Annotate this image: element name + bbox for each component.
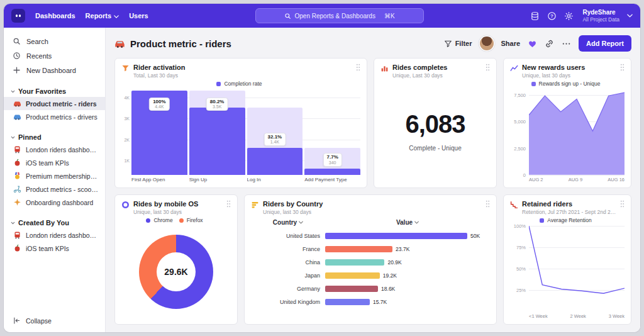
card-title: Riders by Country xyxy=(263,200,323,208)
country-label: United Kingdom xyxy=(251,299,325,305)
global-search-input[interactable]: Open Reports & Dashboards ⌘K xyxy=(255,8,424,23)
settings-gear-icon[interactable] xyxy=(564,11,574,21)
card-rider-activation: Rider activation Total, Last 30 days Com… xyxy=(114,58,367,188)
bus-icon xyxy=(13,231,21,239)
caret-down-icon xyxy=(414,221,419,224)
conversion-badge: 7.7%340 xyxy=(323,153,342,166)
funnel-step[interactable]: 100%4.4K xyxy=(131,91,187,175)
section-header-your-favorites[interactable]: Your Favorites xyxy=(4,86,105,97)
x-axis-label: 3 Week xyxy=(609,313,625,319)
drag-handle-icon[interactable] xyxy=(486,200,490,215)
y-axis-label: 2K xyxy=(121,137,130,142)
help-icon[interactable]: ? xyxy=(547,11,557,21)
user-avatar[interactable] xyxy=(480,36,494,50)
car-icon xyxy=(114,38,125,49)
x-axis-label: AUG 2 xyxy=(529,177,543,182)
app-window: DashboardsReportsUsers Open Reports & Da… xyxy=(4,4,640,332)
country-label: France xyxy=(251,246,325,252)
sidebar-item-onboarding-dashboard[interactable]: Onboarding dashboard xyxy=(4,196,105,209)
x-axis-label: AUG 9 xyxy=(569,177,583,182)
funnel-step-label: Log In xyxy=(247,177,303,182)
donut-chart-icon xyxy=(121,201,130,209)
table-row[interactable]: Japan19.2K xyxy=(251,269,490,282)
app-logo-icon[interactable] xyxy=(11,9,25,23)
sidebar-item-ios-team-kpis[interactable]: iOS team KPIs xyxy=(4,242,105,255)
nav-item-reports[interactable]: Reports xyxy=(86,12,119,20)
value-label: 19.2K xyxy=(383,272,397,279)
funnel-step[interactable]: 80.2%3.5K xyxy=(189,91,245,175)
chart-legend: Rewards sign up - Unique xyxy=(510,81,625,87)
project-selector[interactable]: RydeShare All Project Data xyxy=(582,9,619,23)
drag-handle-icon[interactable] xyxy=(356,64,360,79)
funnel-step[interactable]: 32.1%1.4K xyxy=(247,91,303,175)
car-icon xyxy=(13,113,21,121)
more-options-icon[interactable] xyxy=(562,39,571,48)
medal-icon xyxy=(13,172,21,180)
card-subtitle: Unique, last 30 days xyxy=(263,209,323,215)
card-title: Rides completes xyxy=(392,64,447,72)
sidebar-recents[interactable]: Recents xyxy=(4,48,105,63)
y-axis-label: 50% xyxy=(516,266,526,272)
sidebar-item-ios-team-kpis[interactable]: iOS team KPIs xyxy=(4,156,105,169)
page-actions: Filter Share Add Report xyxy=(444,35,631,52)
funnel-step[interactable]: 7.7%340 xyxy=(304,91,360,175)
collapse-panel-icon xyxy=(13,316,21,325)
country-label: China xyxy=(251,259,325,266)
sidebar-new-dashboard[interactable]: New Dashboard xyxy=(4,63,105,77)
table-row[interactable]: France23.7K xyxy=(251,242,490,255)
favorite-heart-icon[interactable] xyxy=(528,39,537,48)
sidebar-section-created-by-you: Created By YouLondon riders dashboardiOS… xyxy=(4,217,105,255)
main-content: Product metric - riders Filter Share xyxy=(106,28,640,332)
sidebar-search[interactable]: Search xyxy=(4,34,105,48)
drag-handle-icon[interactable] xyxy=(620,200,625,215)
section-header-created-by-you[interactable]: Created By You xyxy=(4,217,105,228)
chart-legend: Completion rate xyxy=(121,81,360,87)
project-scope: All Project Data xyxy=(582,16,619,23)
bar-chart-icon xyxy=(251,201,259,209)
card-title: New rewards users xyxy=(522,64,585,72)
sidebar-item-london-riders-dashboard[interactable]: London riders dashboard xyxy=(4,228,105,242)
country-label: Japan xyxy=(251,272,325,279)
table-row[interactable]: Germany18.6K xyxy=(251,282,490,295)
nav-item-dashboards[interactable]: Dashboards xyxy=(35,12,75,20)
table-row[interactable]: United Kingdom15.7K xyxy=(251,295,490,308)
sidebar-item-london-riders-dashboard[interactable]: London riders dashboard xyxy=(4,143,105,156)
share-button[interactable]: Share xyxy=(501,40,521,47)
add-report-button[interactable]: Add Report xyxy=(579,35,631,52)
database-icon[interactable] xyxy=(530,11,540,21)
funnel-step-label: First App Open xyxy=(131,177,187,182)
drag-handle-icon[interactable] xyxy=(620,64,625,79)
drag-handle-icon[interactable] xyxy=(226,200,231,215)
y-axis-label: 1K xyxy=(121,159,130,163)
filter-button[interactable]: Filter xyxy=(444,40,472,48)
scooter-icon xyxy=(13,185,21,193)
value-label: 18.6K xyxy=(381,286,395,292)
sidebar-item-product-metric-riders[interactable]: Product metric - riders xyxy=(4,97,105,110)
nav-item-users[interactable]: Users xyxy=(129,12,148,20)
value-bar xyxy=(325,233,467,239)
value-bar xyxy=(325,286,378,292)
section-header-pinned[interactable]: Pinned xyxy=(4,132,105,143)
chevron-down-icon[interactable] xyxy=(627,14,633,18)
column-header-country[interactable]: Country xyxy=(251,219,325,226)
search-icon xyxy=(284,13,291,20)
donut-chart[interactable]: 29.6K xyxy=(139,235,213,309)
search-icon xyxy=(13,37,21,45)
sidebar-item-product-metrics-scooters[interactable]: Product metrics - scooters xyxy=(4,182,105,196)
table-row[interactable]: China20.9K xyxy=(251,255,490,269)
retention-chart-icon xyxy=(510,201,518,209)
collapse-button[interactable]: Collapse xyxy=(4,309,105,332)
table-row[interactable]: United States50K xyxy=(251,229,490,242)
sidebar-item-premium-membership-launch[interactable]: Premium membership launch xyxy=(4,169,105,182)
card-subtitle: Unique, last 30 days xyxy=(522,72,585,79)
column-header-value[interactable]: Value xyxy=(325,219,490,226)
chevron-down-icon xyxy=(10,135,16,140)
drag-handle-icon[interactable] xyxy=(486,64,490,79)
conversion-badge: 100%4.4K xyxy=(149,98,169,111)
funnel-step-label: Add Payment Type xyxy=(304,177,360,182)
sidebar-tools: SearchRecentsNew Dashboard xyxy=(4,34,105,77)
sidebar-item-product-metrics-drivers[interactable]: Product metrics - drivers xyxy=(4,110,105,123)
top-navbar: DashboardsReportsUsers Open Reports & Da… xyxy=(4,4,640,28)
copy-link-icon[interactable] xyxy=(545,39,554,48)
value-bar xyxy=(325,299,370,305)
